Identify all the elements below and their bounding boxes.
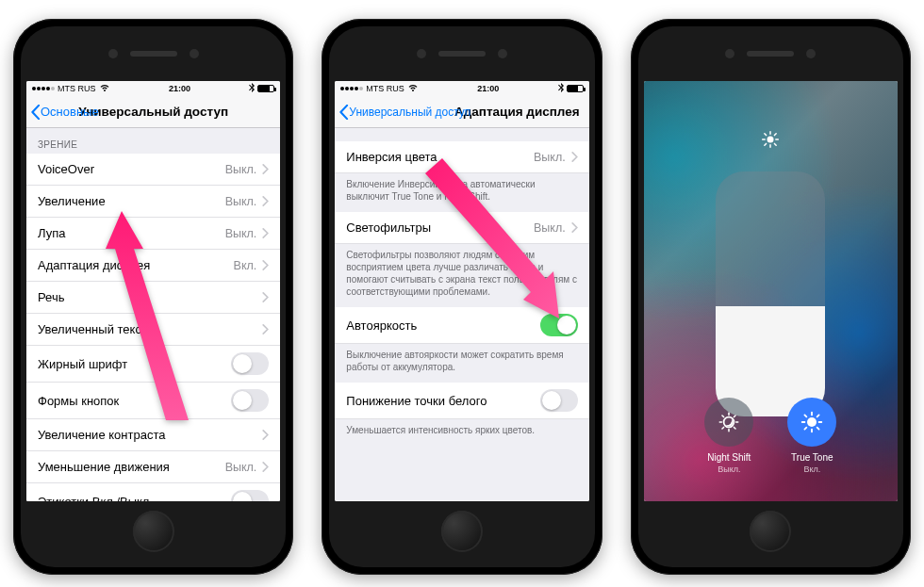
row-reduce-white-point[interactable]: Понижение точки белого [335, 383, 588, 419]
back-label: Основные [41, 105, 99, 119]
status-bar: MTS RUS 21:00 [335, 81, 588, 96]
row-increase-contrast[interactable]: Увеличение контраста [26, 419, 280, 451]
row-value: Выкл. [225, 163, 257, 176]
brightness-slider[interactable] [716, 171, 825, 416]
row-value: Вкл. [234, 259, 257, 272]
footer-white: Уменьшается интенсивность ярких цветов. [335, 419, 588, 446]
row-voiceover[interactable]: VoiceOver Выкл. [26, 154, 280, 186]
navbar: Основные Универсальный доступ [26, 96, 280, 128]
svg-line-15 [734, 428, 736, 430]
wifi-icon [407, 84, 419, 94]
signal-dots-icon [340, 87, 363, 90]
row-invert-colors[interactable]: Инверсия цвета Выкл. [335, 141, 588, 173]
svg-line-26 [817, 416, 819, 417]
chevron-right-icon [262, 164, 269, 174]
row-label: Адаптация дисплея [38, 258, 150, 272]
chevron-right-icon [262, 228, 269, 238]
svg-line-17 [734, 416, 736, 417]
auto-brightness-switch[interactable] [540, 314, 578, 336]
home-button[interactable] [133, 511, 174, 552]
status-bar: MTS RUS 21:00 [26, 81, 280, 96]
back-button[interactable]: Универсальный доступ [338, 105, 470, 120]
svg-line-14 [722, 416, 724, 417]
row-value: Выкл. [225, 227, 257, 240]
night-shift-button[interactable]: Night Shift Выкл. [704, 398, 753, 475]
svg-line-7 [765, 143, 767, 145]
clock: 21:00 [477, 84, 499, 93]
row-label: Автояркость [346, 318, 417, 333]
row-auto-brightness[interactable]: Автояркость [335, 307, 588, 344]
section-header-vision: ЗРЕНИЕ [26, 128, 280, 154]
row-label: Понижение точки белого [346, 394, 487, 408]
night-shift-title: Night Shift [707, 452, 751, 465]
screen-display-accommodations: MTS RUS 21:00 Универсальный доступ Адапт… [335, 81, 588, 501]
back-button[interactable]: Основные [30, 105, 99, 120]
row-label: Лупа [38, 226, 65, 240]
wifi-icon [99, 84, 110, 94]
svg-point-18 [807, 417, 817, 427]
night-shift-icon [704, 398, 753, 447]
screen-control-center: Night Shift Выкл. True Tone Вкл. [644, 81, 898, 501]
row-onoff-labels[interactable]: Этикетки Вкл./Выкл. [26, 483, 280, 501]
chevron-right-icon [262, 292, 269, 302]
row-label: Речь [38, 290, 64, 304]
row-larger-text[interactable]: Увеличенный текст [26, 314, 280, 346]
svg-line-16 [722, 428, 724, 430]
row-button-shapes[interactable]: Формы кнопок [26, 383, 280, 419]
carrier-label: MTS RUS [58, 84, 96, 93]
button-shapes-switch[interactable] [231, 389, 269, 412]
row-label: Уменьшение движения [38, 460, 170, 474]
row-label: Формы кнопок [38, 394, 119, 408]
row-label: Увеличение [38, 194, 106, 208]
bluetooth-icon [249, 83, 255, 94]
brightness-sun-icon [761, 130, 780, 149]
footer-invert: Включение Инверсии цвета автоматически в… [335, 173, 588, 212]
svg-line-6 [775, 143, 777, 145]
svg-line-8 [775, 134, 777, 136]
row-label: Жирный шрифт [38, 357, 127, 371]
row-reduce-motion[interactable]: Уменьшение движения Выкл. [26, 451, 280, 483]
chevron-right-icon [262, 430, 269, 440]
clock: 21:00 [169, 84, 190, 93]
night-shift-sub: Выкл. [707, 465, 751, 475]
bold-text-switch[interactable] [231, 352, 269, 375]
row-value: Выкл. [534, 151, 566, 164]
onoff-labels-switch[interactable] [231, 490, 269, 501]
chevron-right-icon [262, 462, 269, 472]
true-tone-icon [787, 398, 836, 447]
footer-filters: Светофильтры позволяют людям с плохим во… [335, 244, 588, 307]
row-color-filters[interactable]: Светофильтры Выкл. [335, 212, 588, 244]
row-value: Выкл. [534, 221, 566, 235]
true-tone-title: True Tone [791, 452, 833, 465]
svg-point-0 [767, 137, 774, 143]
row-display-accommodations[interactable]: Адаптация дисплея Вкл. [26, 250, 280, 282]
svg-line-25 [805, 428, 807, 430]
home-button[interactable] [441, 511, 483, 552]
carrier-label: MTS RUS [366, 84, 404, 93]
row-label: Увеличенный текст [38, 322, 147, 336]
row-magnifier[interactable]: Лупа Выкл. [26, 218, 280, 250]
bluetooth-icon [558, 83, 564, 94]
row-bold-text[interactable]: Жирный шрифт [26, 346, 280, 383]
row-label: VoiceOver [38, 162, 94, 176]
chevron-right-icon [571, 152, 578, 162]
true-tone-button[interactable]: True Tone Вкл. [787, 398, 836, 475]
row-value: Выкл. [225, 461, 257, 474]
row-speech[interactable]: Речь [26, 282, 280, 314]
signal-dots-icon [32, 87, 55, 90]
chevron-right-icon [262, 324, 269, 334]
svg-line-24 [817, 428, 819, 430]
navbar: Универсальный доступ Адаптация дисплея [335, 96, 588, 128]
chevron-right-icon [262, 260, 269, 270]
footer-auto: Выключение автояркости может сократить в… [335, 344, 588, 383]
row-label: Увеличение контраста [38, 428, 165, 442]
back-label: Универсальный доступ [349, 106, 470, 119]
chevron-right-icon [571, 222, 578, 233]
svg-line-23 [805, 416, 807, 417]
row-zoom[interactable]: Увеличение Выкл. [26, 186, 280, 218]
screen-accessibility: MTS RUS 21:00 Основные Универсальный дос… [26, 81, 280, 501]
home-button[interactable] [750, 511, 791, 552]
chevron-right-icon [262, 196, 269, 206]
battery-icon [257, 85, 274, 92]
reduce-white-point-switch[interactable] [540, 389, 578, 412]
